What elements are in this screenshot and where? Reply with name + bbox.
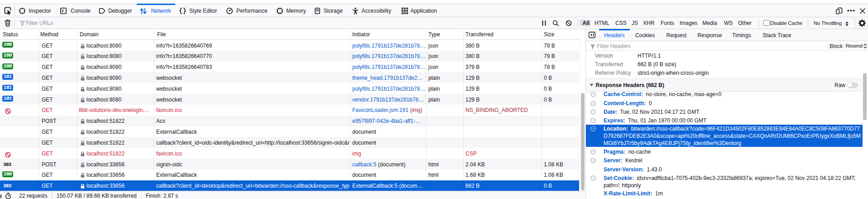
svg-text:?: ? (592, 110, 595, 114)
svg-text:?: ? (592, 101, 595, 105)
svg-text:?: ? (592, 176, 595, 180)
svg-text:?: ? (592, 127, 595, 131)
svg-text:?: ? (592, 150, 595, 154)
svg-text:?: ? (592, 159, 595, 163)
svg-text:?: ? (592, 119, 595, 123)
svg-text:?: ? (592, 92, 595, 97)
